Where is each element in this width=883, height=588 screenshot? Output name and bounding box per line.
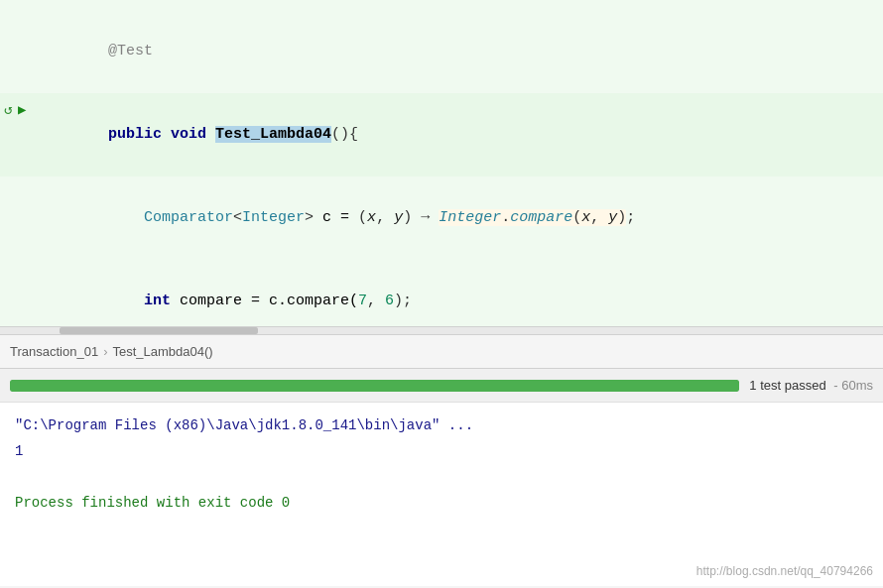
test-passed-text: 1 test passed - 60ms (749, 378, 873, 393)
param-y: y (394, 209, 403, 226)
breadcrumb-part2[interactable]: Test_Lambda04() (112, 344, 212, 359)
console-line-4: Process finished with exit code 0 (15, 490, 868, 516)
code-line-comparator: Comparator<Integer> c = (x, y) → Integer… (0, 176, 883, 260)
code-editor: @Test ↺ ▶ public void Test_Lambda04(){ C… (0, 0, 883, 327)
breadcrumb-bar: Transaction_01 › Test_Lambda04() (0, 335, 883, 369)
code-annotation: @Test (55, 10, 873, 93)
progress-bar-fill (10, 380, 739, 392)
code-line-annotation: @Test (0, 10, 883, 93)
method-name: Test_Lambda04 (215, 126, 331, 143)
test-passed-label: 1 test passed (749, 378, 825, 393)
scrollbar-thumb[interactable] (60, 327, 258, 334)
int-compare-line: int compare = c.compare(7, 6); (55, 260, 873, 327)
console-line-1: "C:\Program Files (x86)\Java\jdk1.8.0_14… (15, 412, 868, 438)
horizontal-scrollbar[interactable] (0, 327, 883, 335)
paren-open: (){ (331, 126, 358, 143)
code-line-int: int compare = c.compare(7, 6); (0, 260, 883, 327)
lambda-y: y (608, 209, 617, 226)
comparator-line: Comparator<Integer> c = (x, y) → Integer… (55, 176, 873, 260)
run-icon[interactable]: ↺ (4, 96, 12, 124)
watermark-text: http://blog.csdn.net/qq_40794266 (696, 564, 873, 578)
num-7: 7 (358, 293, 367, 309)
integer-ref: Integer (439, 209, 501, 226)
console-output: "C:\Program Files (x86)\Java\jdk1.8.0_14… (0, 403, 883, 586)
compare-method: compare (510, 209, 572, 226)
console-line-2: 1 (15, 438, 868, 464)
lambda-body: Integer.compare(x, y) (439, 209, 626, 226)
test-result-bar: 1 test passed - 60ms (0, 369, 883, 403)
lambda-x: x (581, 209, 590, 226)
class-integer: Integer (242, 209, 305, 226)
var-c: c = (314, 209, 358, 226)
keyword-int: int (144, 293, 171, 309)
annotation-text: @Test (108, 43, 153, 59)
keyword-void: void (171, 126, 215, 143)
console-line-3 (15, 464, 868, 490)
check-icon: ▶ (18, 96, 26, 124)
arrow: → (412, 209, 439, 226)
test-time-label: - 60ms (833, 378, 873, 393)
param-x: x (367, 209, 376, 226)
keyword-public: public (108, 126, 171, 143)
breadcrumb-part1[interactable]: Transaction_01 (10, 344, 98, 359)
code-line-method: ↺ ▶ public void Test_Lambda04(){ (0, 93, 883, 176)
method-declaration: public void Test_Lambda04(){ (55, 93, 873, 176)
num-6: 6 (385, 293, 394, 309)
var-compare: compare = c.compare( (171, 293, 358, 309)
progress-bar-container (10, 380, 739, 392)
class-comparator: Comparator (144, 209, 233, 226)
breadcrumb-separator: › (103, 344, 107, 359)
